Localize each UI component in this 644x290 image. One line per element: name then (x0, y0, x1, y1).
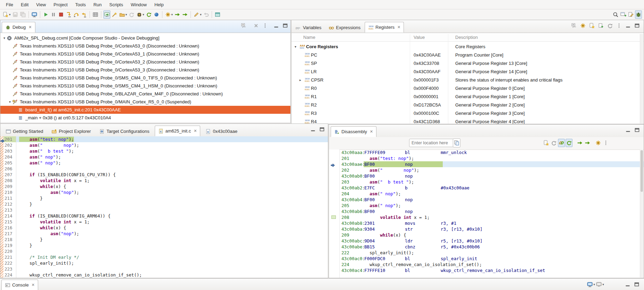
column-value[interactable]: Value (414, 35, 425, 40)
show-source-button[interactable] (543, 139, 550, 147)
register-value[interactable]: 0x43C1D368 (414, 119, 440, 124)
save-button[interactable] (12, 10, 19, 19)
step-over-asm-button[interactable] (181, 10, 188, 19)
open-console-button[interactable]: ▾ (586, 280, 595, 289)
tree-row[interactable]: _main + 0x38 () at crt0.S:127 0x43C010A4 (0, 114, 290, 122)
code-text[interactable]: asm("nop"); (16, 189, 328, 195)
add-register-group-button[interactable] (578, 22, 587, 30)
maximize-button[interactable] (317, 125, 327, 134)
expander-icon[interactable]: ▾ (295, 45, 299, 49)
code-text[interactable]: asm(" b test "); (16, 148, 328, 154)
view-menu-button[interactable] (615, 22, 624, 30)
menu-help[interactable]: Help (151, 1, 168, 9)
register-row[interactable]: ▸10100101CPSR0x000001F3Stores the status… (291, 76, 644, 84)
dropdown-chevron-icon[interactable]: ▾ (593, 283, 595, 286)
back-button[interactable] (203, 10, 210, 19)
code-line[interactable]: 207 if (IS_ENABLED(CONFIG_CPU_V7R)) { (0, 172, 328, 178)
disassembly-row[interactable]: 43c00ab0:BF00nop (339, 173, 644, 179)
code-text[interactable]: asm("nop"); (16, 231, 328, 237)
column-description[interactable]: Description (455, 35, 478, 40)
copy-annotation-button[interactable] (453, 138, 460, 147)
disassembly-row[interactable]: 43c00ab2:E7FCb#0x43c00aae (339, 185, 644, 191)
trace-button[interactable]: ▾ (193, 10, 202, 19)
code-text[interactable]: volatile int x = 1; (16, 178, 328, 184)
flash-device-button[interactable]: ▾ (136, 10, 145, 19)
code-text[interactable]: while(x) { (16, 184, 328, 189)
dropdown-chevron-icon[interactable]: ▾ (143, 13, 144, 16)
code-line[interactable]: 218 } (0, 237, 328, 242)
tab-debug[interactable]: Debug✕ (2, 22, 35, 33)
new-view-button[interactable] (587, 22, 596, 30)
code-line[interactable]: 201 asm("test: nop"); (0, 136, 328, 142)
tab-getting-started[interactable]: Getting Started (2, 126, 46, 136)
code-line[interactable]: 221 /* Init DM early */ (0, 254, 328, 260)
dropdown-chevron-icon[interactable]: ▾ (602, 283, 604, 286)
resume-button[interactable] (42, 10, 49, 19)
maximize-button[interactable] (281, 22, 290, 30)
editor-code-area[interactable]: 201 asm("test: nop");202 asm(" nop");203… (0, 136, 328, 278)
view-menu-button[interactable] (602, 139, 609, 147)
remove-all-terminated-button[interactable] (252, 22, 261, 30)
collapse-all-button[interactable] (569, 22, 578, 30)
ccs-edit-perspective-button[interactable] (627, 10, 634, 19)
minimize-button[interactable] (308, 125, 317, 134)
code-line[interactable]: 224 wkup_ctrl_remove_can_io_isolation_if… (0, 272, 328, 278)
code-line[interactable]: 216 while(x) { (0, 225, 328, 231)
dropdown-chevron-icon[interactable]: ▾ (126, 13, 127, 16)
code-line[interactable]: 206 (0, 166, 328, 172)
tree-row[interactable]: ▾AM62x_SPL_Debug.ccxml [Code Composer St… (0, 34, 290, 42)
display-selected-console-button[interactable]: ▾ (595, 280, 604, 289)
disassembly-row[interactable]: 203 asm(" b test "); (339, 179, 644, 185)
code-line[interactable]: 219 } (0, 242, 328, 248)
code-line[interactable]: 220 (0, 248, 328, 254)
code-text[interactable]: asm("test: nop"); (16, 136, 328, 142)
code-text[interactable] (16, 207, 328, 213)
code-text[interactable]: asm(" nop"); (16, 154, 328, 160)
code-text[interactable]: while(x) { (16, 225, 328, 231)
disassembly-row[interactable]: 224 wkup_ctrl_remove_can_io_isolation_if… (339, 262, 644, 267)
code-text[interactable]: /* Init DM early */ (16, 254, 328, 260)
register-row[interactable]: 10100101R00x000F4000General Purpose Regi… (291, 84, 644, 92)
disassembly-row[interactable]: 222 spl_early_init(); (339, 250, 644, 256)
step-over-asm-button[interactable] (584, 139, 591, 147)
register-row[interactable]: 10100101PC0x43C00AAEProgram Counter [Cor… (291, 51, 644, 59)
register-row[interactable]: 10100101R30x0000100CGeneral Purpose Regi… (291, 109, 644, 117)
debug-button[interactable] (31, 10, 38, 19)
code-line[interactable]: 203 asm(" b test "); (0, 148, 328, 154)
disassembly-row[interactable]: 43c00abc:9D04ldrr5, [r13, #0x10] (339, 238, 644, 244)
tab-console[interactable]: Console✕ (1, 280, 38, 290)
disassembly-row[interactable]: 43c00aba:9304strr3, [r13, #0x10] (339, 226, 644, 232)
tree-row[interactable]: ▾Texas Instruments XDS110 USB Debug Prob… (0, 98, 290, 106)
code-line[interactable]: 204 asm(" nop"); (0, 154, 328, 160)
tree-row[interactable]: Texas Instruments XDS110 USB Debug Probe… (0, 82, 290, 90)
restore-button[interactable] (128, 10, 135, 19)
code-line[interactable]: 205 asm(" nop"); (0, 160, 328, 166)
stack-frame-selected[interactable]: board_init_f() at am625_init.c:201 0x43C… (0, 106, 290, 114)
code-line[interactable]: 208 volatile int x = 1; (0, 178, 328, 184)
code-line[interactable]: 214 if (IS_ENABLED(CONFIG_ARM64)) { (0, 213, 328, 219)
menu-scripts[interactable]: Scripts (105, 1, 127, 9)
tree-row[interactable]: Texas Instruments XDS110 USB Debug Probe… (0, 90, 290, 98)
code-text[interactable] (16, 248, 328, 254)
sync-pc-button[interactable] (566, 139, 573, 147)
step-over-button[interactable] (73, 10, 80, 19)
link-with-debug-button[interactable] (558, 139, 565, 147)
tab-variables[interactable]: (x)=Variables (293, 23, 324, 33)
register-value[interactable]: 0x43C00AAE (414, 52, 441, 58)
code-line[interactable]: 222 spl_early_init(); (0, 260, 328, 266)
maximize-button[interactable] (632, 280, 641, 289)
disassembly-row[interactable]: 43c00ac4:F7FFFE10blwkup_ctrl_remove_can_… (339, 267, 644, 273)
search-button[interactable] (612, 10, 619, 19)
quickdiff-ruler[interactable] (0, 136, 3, 278)
register-row[interactable]: 10100101SP0x43C33708General Purpose Regi… (291, 59, 644, 67)
register-row[interactable]: 10100101R10x00000001General Purpose Regi… (291, 92, 644, 101)
tab-expressions[interactable]: Expressions (325, 23, 364, 33)
view-menu-button[interactable] (261, 22, 270, 30)
code-text[interactable]: if (IS_ENABLED(CONFIG_CPU_V7R)) { (16, 172, 328, 178)
target-status-button[interactable] (153, 10, 160, 19)
step-into-asm-button[interactable] (174, 10, 181, 19)
maximize-button[interactable] (633, 126, 642, 134)
minimize-button[interactable] (624, 22, 633, 30)
disassembly-row[interactable]: 43c00ab4:BF00nop (339, 197, 644, 203)
disassembly-row[interactable]: 209 while(x) { (339, 232, 644, 238)
